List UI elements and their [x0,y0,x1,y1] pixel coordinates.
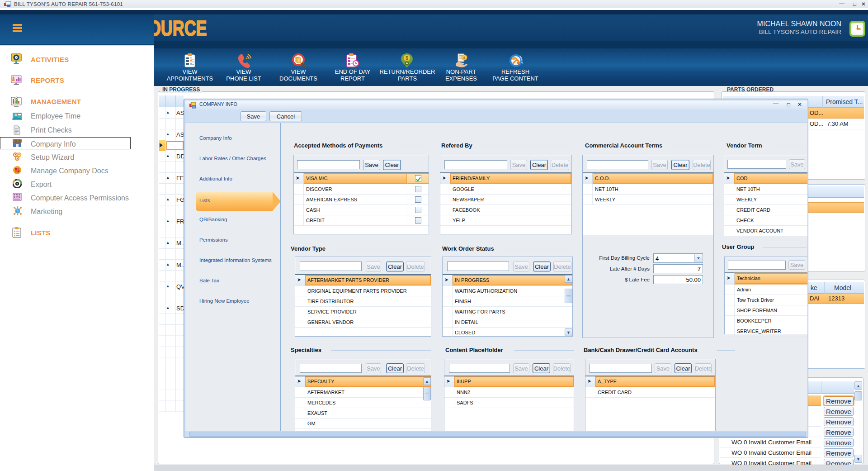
svg-text:2: 2 [16,195,19,199]
svg-text:$: $ [406,56,408,61]
svg-text:$: $ [463,56,466,60]
